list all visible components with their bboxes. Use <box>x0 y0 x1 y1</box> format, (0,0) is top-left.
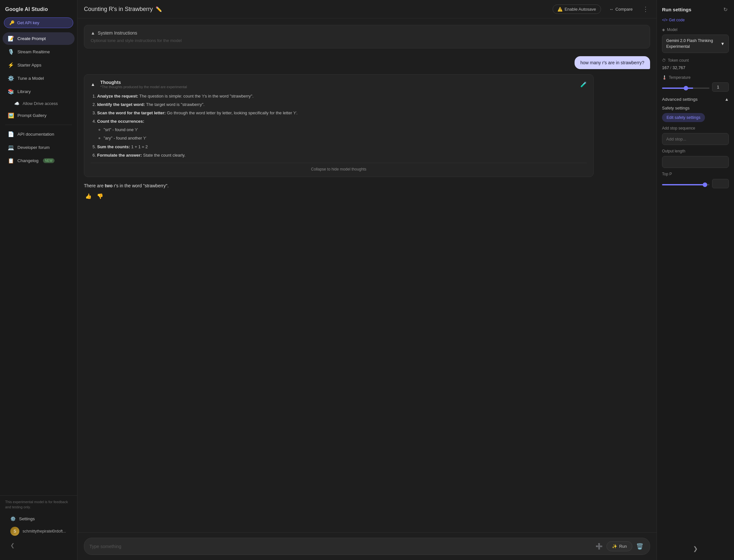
ai-response-actions: 👍 👎 <box>84 192 650 201</box>
model-icon: ◈ <box>662 27 665 32</box>
thought-step-3: Scan the word for the target letter: Go … <box>97 109 587 117</box>
top-p-label: Top P <box>662 172 729 176</box>
app-logo: Google AI Studio <box>0 4 77 17</box>
document-icon: 📝 <box>8 36 14 42</box>
sidebar-item-api-docs[interactable]: 📄 API documentation <box>3 128 75 140</box>
advanced-settings-toggle[interactable]: Advanced settings ▲ <box>662 97 729 102</box>
thoughts-content: Analyze the request: The question is sim… <box>91 93 587 159</box>
sidebar-item-stream-realtime[interactable]: 🎙️ Stream Realtime <box>3 46 75 58</box>
top-p-input[interactable]: 0.95 <box>712 179 729 188</box>
run-button[interactable]: ✨ Run <box>606 541 632 551</box>
tune-icon: ⚙️ <box>8 75 14 81</box>
user-profile[interactable]: S schmittythepiratel0rdoft... <box>5 524 72 538</box>
thought-step-1-bold: Analyze the request: <box>97 94 138 99</box>
thought-step-5-bold: Sum the counts: <box>97 144 130 149</box>
user-message: how many r's are in strawberry? <box>574 56 650 69</box>
thought-step-5-text: 1 + 1 = 2 <box>131 144 148 149</box>
thought-step-6-text: State the count clearly. <box>143 153 185 158</box>
token-icon: ⏱ <box>662 58 666 63</box>
get-api-key-button[interactable]: 🔑 Get API key <box>4 17 73 28</box>
thumbs-up-button[interactable]: 👍 <box>84 192 93 201</box>
main-content: Counting R's in Strawberry ✏️ ⚠️ Enable … <box>78 0 656 560</box>
top-p-slider[interactable] <box>662 184 709 185</box>
autosave-icon: ⚠️ <box>557 7 563 12</box>
collapse-arrow-icon: ▲ <box>91 30 95 36</box>
footer-text: This experimental model is for feedback … <box>5 500 72 510</box>
temperature-input[interactable]: 1 <box>712 82 729 92</box>
sidebar: Google AI Studio 🔑 Get API key 📝 Create … <box>0 0 78 560</box>
sidebar-item-settings[interactable]: ⚙️ Settings <box>5 513 72 524</box>
stop-sequence-input[interactable] <box>662 133 729 145</box>
thought-step-4-bold: Count the occurrences: <box>97 119 144 124</box>
thought-step-1-text: The question is simple: count the 'r's i… <box>140 94 254 99</box>
flask-icon[interactable]: 🧪 <box>580 81 587 88</box>
thumbs-down-button[interactable]: 👎 <box>96 192 105 201</box>
temperature-label: 🌡️ Temperature <box>662 75 729 80</box>
topbar: Counting R's in Strawberry ✏️ ⚠️ Enable … <box>78 0 656 18</box>
compare-button[interactable]: ↔️ Compare <box>605 5 637 14</box>
expand-thoughts-icon[interactable]: ▲ <box>91 82 95 87</box>
sidebar-item-allow-drive[interactable]: ☁️ Allow Drive access <box>3 99 75 109</box>
get-code-link[interactable]: </> Get code <box>662 18 729 22</box>
forum-icon: 💻 <box>8 144 14 150</box>
thoughts-header: ▲ Thoughts *The thoughts produced by the… <box>91 80 587 89</box>
add-media-button[interactable]: ➕ <box>594 542 604 551</box>
thought-step-3-bold: Scan the word for the target letter: <box>97 110 166 115</box>
edit-title-icon[interactable]: ✏️ <box>156 6 162 12</box>
more-options-button[interactable]: ⋮ <box>641 4 650 14</box>
thought-step-5: Sum the counts: 1 + 1 = 2 <box>97 143 587 150</box>
collapse-thoughts-button[interactable]: Collapse to hide model thoughts <box>91 163 587 171</box>
temperature-slider[interactable] <box>662 88 709 89</box>
system-instructions-placeholder: Optional tone and style instructions for… <box>91 38 643 43</box>
stop-seq-label: Add stop sequence <box>662 126 729 130</box>
thermometer-icon: 🌡️ <box>662 75 667 80</box>
sidebar-item-starter-apps[interactable]: ⚡ Starter Apps <box>3 59 75 71</box>
token-count-label: ⏱ Token count <box>662 58 729 63</box>
sidebar-item-dev-forum[interactable]: 💻 Developer forum <box>3 141 75 154</box>
thoughts-title-text: Thoughts <box>100 80 121 85</box>
thoughts-subtitle: *The thoughts produced by the model are … <box>100 85 187 89</box>
sidebar-item-create-prompt[interactable]: 📝 Create Prompt <box>3 32 75 45</box>
code-icon: </> <box>662 18 667 22</box>
changelog-icon: 📋 <box>8 158 14 164</box>
enable-autosave-button[interactable]: ⚠️ Enable Autosave <box>553 5 601 14</box>
settings-toggle-button[interactable]: 🗑️ <box>635 542 645 551</box>
bolt-icon: ⚡ <box>8 62 14 68</box>
sidebar-footer: This experimental model is for feedback … <box>0 495 77 556</box>
compare-icon: ↔️ <box>609 7 614 12</box>
refresh-settings-button[interactable]: ↻ <box>722 5 729 14</box>
chat-area: ▲ System Instructions Optional tone and … <box>78 18 656 532</box>
thought-step-4: Count the occurrences: "srt" - found one… <box>97 118 587 142</box>
panel-expand-button[interactable]: ❯ <box>690 543 700 555</box>
cloud-icon: ☁️ <box>14 101 19 106</box>
avatar: S <box>10 527 19 536</box>
sidebar-divider <box>5 125 72 125</box>
gallery-icon: 🖼️ <box>8 112 14 119</box>
library-icon: 📚 <box>8 88 14 95</box>
sidebar-item-tune-model[interactable]: ⚙️ Tune a Model <box>3 72 75 85</box>
doc-icon: 📄 <box>8 131 14 137</box>
sidebar-item-library[interactable]: 📚 Library <box>3 85 75 98</box>
sidebar-collapse-button[interactable]: ❮ <box>5 540 20 551</box>
topbar-actions: ⚠️ Enable Autosave ↔️ Compare ⋮ <box>553 4 650 14</box>
thought-sub-2: "ary" - found another 'r' <box>104 135 587 142</box>
thought-step-3-text: Go through the word letter by letter, lo… <box>167 110 298 115</box>
ai-response-container: There are two r's in the word "strawberr… <box>84 182 650 201</box>
sidebar-item-prompt-gallery[interactable]: 🖼️ Prompt Gallery <box>3 109 75 122</box>
system-instructions-header[interactable]: ▲ System Instructions <box>91 30 643 36</box>
edit-safety-button[interactable]: Edit safety settings <box>662 113 705 122</box>
top-p-row: 0.95 <box>662 179 729 188</box>
thought-sub-1: "srt" - found one 'r' <box>104 126 587 133</box>
thought-step-1: Analyze the request: The question is sim… <box>97 93 587 100</box>
temperature-row: 1 <box>662 82 729 92</box>
chat-input[interactable] <box>89 544 592 549</box>
model-label: ◈ Model <box>662 27 729 32</box>
output-length-label: Output length <box>662 149 729 153</box>
mic-icon: 🎙️ <box>8 49 14 55</box>
sidebar-item-changelog[interactable]: 📋 Changelog NEW <box>3 154 75 167</box>
chevron-down-icon: ▼ <box>720 41 725 46</box>
model-select[interactable]: Gemini 2.0 Flash Thinking Experimental ▼ <box>662 35 729 53</box>
output-length-input[interactable]: 8192 <box>662 156 729 168</box>
input-row: ➕ ✨ Run 🗑️ <box>84 538 650 555</box>
thoughts-panel: ▲ Thoughts *The thoughts produced by the… <box>84 74 594 177</box>
